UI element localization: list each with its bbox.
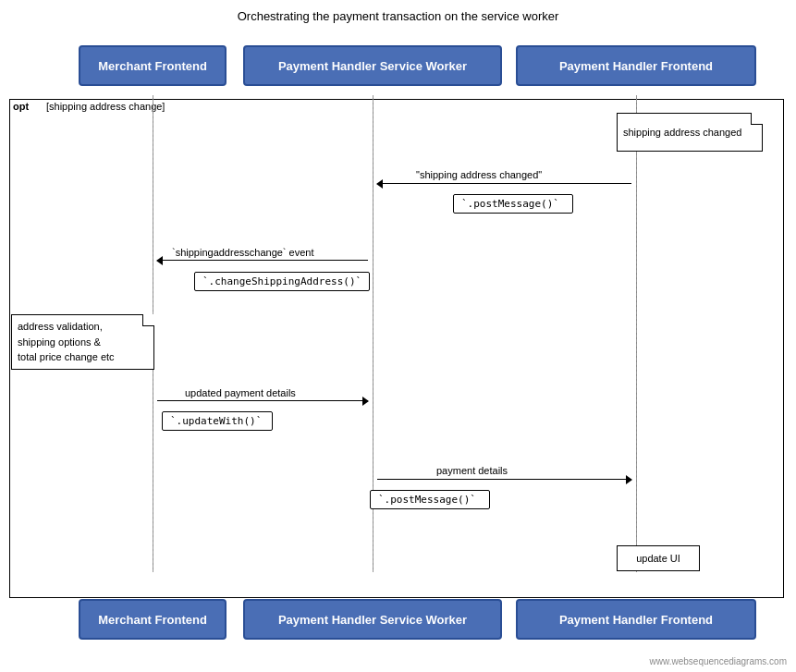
arrow-shippingaddresschange (157, 260, 368, 261)
callbox-update-with: `.updateWith()` (162, 411, 273, 431)
diagram-container: Orchestrating the payment transaction on… (0, 0, 796, 672)
arrow-updated-payment-details (157, 400, 368, 401)
label-shippingaddresschange: `shippingaddresschange` event (172, 247, 314, 258)
arrowhead-right-2 (626, 475, 632, 484)
arrowhead-left-1 (376, 179, 383, 189)
actor-service-worker-bottom: Payment Handler Service Worker (243, 599, 502, 640)
actor-merchant-top: Merchant Frontend (79, 45, 227, 86)
label-updated-payment-details: updated payment details (185, 387, 296, 398)
arrow-shipping-address-changed (377, 183, 631, 184)
opt-condition: [shipping address change] (46, 101, 165, 112)
label-shipping-address-changed: "shipping address changed" (416, 169, 542, 180)
actor-payment-frontend-top: Payment Handler Frontend (516, 45, 756, 86)
opt-label: opt (13, 101, 29, 112)
arrowhead-left-2 (156, 256, 163, 265)
arrow-payment-details (377, 479, 631, 480)
note-shipping-address-changed: shipping address changed (617, 113, 763, 152)
callbox-postmessage-1: `.postMessage()` (453, 194, 573, 214)
arrowhead-right-1 (362, 397, 369, 406)
actor-service-worker-top: Payment Handler Service Worker (243, 45, 502, 86)
actor-payment-frontend-bottom: Payment Handler Frontend (516, 599, 756, 640)
diagram-title: Orchestrating the payment transaction on… (0, 0, 796, 23)
callbox-postmessage-2: `.postMessage()` (370, 490, 490, 509)
label-payment-details: payment details (436, 465, 508, 476)
watermark: www.websequencediagrams.com (650, 656, 787, 666)
actor-merchant-bottom: Merchant Frontend (79, 599, 227, 640)
note-address-validation: address validation,shipping options &tot… (11, 314, 154, 370)
lifeline-payment-frontend (636, 95, 637, 572)
note-update-ui: update UI (617, 545, 700, 571)
callbox-change-shipping: `.changeShippingAddress()` (194, 272, 370, 291)
